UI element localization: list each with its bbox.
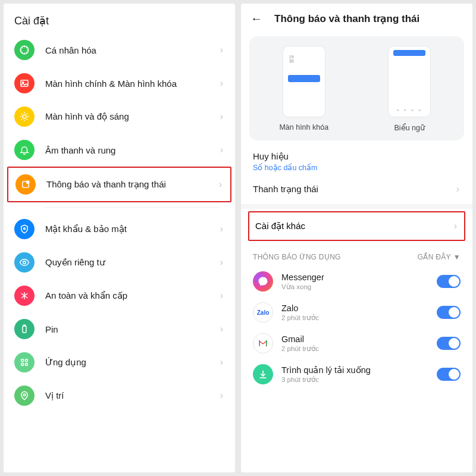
row-sound-vibration[interactable]: Âm thanh và rung › [7,133,231,167]
mini-phone-lock: 19 30 [283,46,325,117]
header: ← Thông báo và thanh trạng thái [241,4,472,32]
chevron-right-icon: › [219,290,224,301]
row-label: An toàn và khẩn cấp [45,290,219,301]
svg-rect-9 [24,325,26,326]
asterisk-icon [14,286,35,306]
row-privacy[interactable]: Quyền riêng tư › [7,246,231,279]
chevron-right-icon: › [453,221,458,231]
app-info: Zalo 2 phút trước [281,303,428,322]
chevron-right-icon: › [219,324,224,334]
row-apps[interactable]: Ứng dụng › [7,346,231,379]
chevron-right-icon: › [219,224,224,234]
notification-preview-card: 19 30 Màn hình khóa ● ● ● ● Biểu ngữ [249,36,464,140]
app-name: Messenger [281,273,428,282]
settings-list: Cá nhân hóa › Màn hình chính & Màn hình … [4,33,235,412]
sort-dropdown[interactable]: GẦN ĐÂY ▼ [418,253,461,261]
chevron-right-icon: › [219,357,224,368]
svg-point-6 [24,228,26,230]
row-display-brightness[interactable]: Màn hình và độ sáng › [7,100,231,133]
row-notifications-statusbar[interactable]: Thông báo và thanh trạng thái › [7,167,231,202]
grid-icon [14,352,35,372]
banner-bar [393,50,425,56]
svg-point-3 [23,115,26,118]
preview-lockscreen[interactable]: 19 30 Màn hình khóa [254,46,354,132]
app-row-messenger[interactable]: Messenger Vừa xong [241,266,472,297]
shield-icon [14,219,35,239]
toggle-switch[interactable] [437,368,461,381]
svg-rect-10 [21,359,24,362]
apps-section-header: THÔNG BÁO ỨNG DỤNG GẦN ĐÂY ▼ [241,243,472,266]
toggle-switch[interactable] [437,337,461,350]
app-row-download-manager[interactable]: Trình quản lý tải xuống 3 phút trước [241,359,472,390]
chevron-right-icon: › [219,111,224,122]
section-divider [241,204,472,209]
app-name: Trình quản lý tải xuống [281,365,428,375]
row-safety-emergency[interactable]: An toàn và khẩn cấp › [7,279,231,312]
row-label: Vị trí [45,390,219,401]
image-icon [14,73,35,93]
mini-phone-home: ● ● ● ● [388,46,431,117]
row-password-security[interactable]: Mật khẩu & bảo mật › [7,212,231,246]
bell-icon [14,140,35,160]
preview-label: Biểu ngữ [360,123,460,132]
gmail-icon [253,333,273,353]
battery-icon [14,319,35,339]
row-label: Ứng dụng [45,357,219,368]
svg-rect-12 [21,364,24,366]
page-title: Cài đặt [4,4,235,33]
app-row-gmail[interactable]: Gmail 2 phút trước [241,328,472,359]
row-home-lockscreen[interactable]: Màn hình chính & Màn hình khóa › [7,67,231,100]
zalo-icon: Zalo [253,302,273,322]
row-label: Thanh trạng thái [253,184,455,195]
settings-screen: Cài đặt Cá nhân hóa › Màn hình chính & M… [4,4,235,472]
lock-notification-bar [288,75,320,82]
divider [45,207,220,208]
svg-rect-8 [23,326,26,333]
svg-point-5 [27,181,30,184]
chevron-right-icon: › [218,179,223,190]
badge-title: Huy hiệu [253,151,461,162]
chevron-right-icon: › [219,45,224,55]
sort-label: GẦN ĐÂY [418,253,451,261]
svg-rect-1 [21,80,28,87]
row-personalization[interactable]: Cá nhân hóa › [7,33,231,67]
app-info: Trình quản lý tải xuống 3 phút trước [281,365,428,384]
compass-icon [14,40,35,60]
row-battery[interactable]: Pin › [7,312,231,346]
row-status-bar[interactable]: Thanh trạng thái › [241,174,472,204]
app-subtext: 2 phút trước [281,345,428,353]
app-name: Gmail [281,334,428,344]
notification-icon [15,174,36,195]
chevron-right-icon: › [219,145,224,155]
download-icon [253,364,273,384]
badge-section[interactable]: Huy hiệu Số hoặc dấu chấm [241,140,472,174]
lock-time: 19 30 [289,55,294,63]
chevron-right-icon: › [455,184,461,195]
app-row-zalo[interactable]: Zalo Zalo 2 phút trước [241,297,472,328]
svg-rect-13 [26,364,28,366]
row-label: Cá nhân hóa [45,45,219,55]
row-location[interactable]: Vị trí › [7,379,231,412]
preview-banner[interactable]: ● ● ● ● Biểu ngữ [360,46,460,132]
preview-label: Màn hình khóa [254,123,354,131]
app-info: Gmail 2 phút trước [281,334,428,353]
toggle-switch[interactable] [437,275,461,288]
row-label: Cài đặt khác [255,221,453,231]
app-name: Zalo [281,303,428,313]
eye-icon [14,252,35,273]
svg-point-7 [23,261,26,264]
row-label: Thông báo và thanh trạng thái [46,179,218,190]
row-label: Màn hình và độ sáng [45,111,219,122]
row-label: Mật khẩu & bảo mật [45,224,219,234]
apps-header-label: THÔNG BÁO ỨNG DỤNG [253,253,341,261]
svg-point-14 [23,394,26,396]
chevron-down-icon: ▼ [453,253,461,261]
row-other-settings[interactable]: Cài đặt khác › [248,211,465,241]
svg-rect-11 [26,359,28,362]
chevron-right-icon: › [219,390,224,401]
toggle-switch[interactable] [437,306,461,319]
back-arrow-icon[interactable]: ← [250,12,262,26]
notifications-screen: ← Thông báo và thanh trạng thái 19 30 Mà… [241,4,472,472]
row-label: Màn hình chính & Màn hình khóa [45,79,219,89]
page-title: Thông báo và thanh trạng thái [274,12,419,25]
